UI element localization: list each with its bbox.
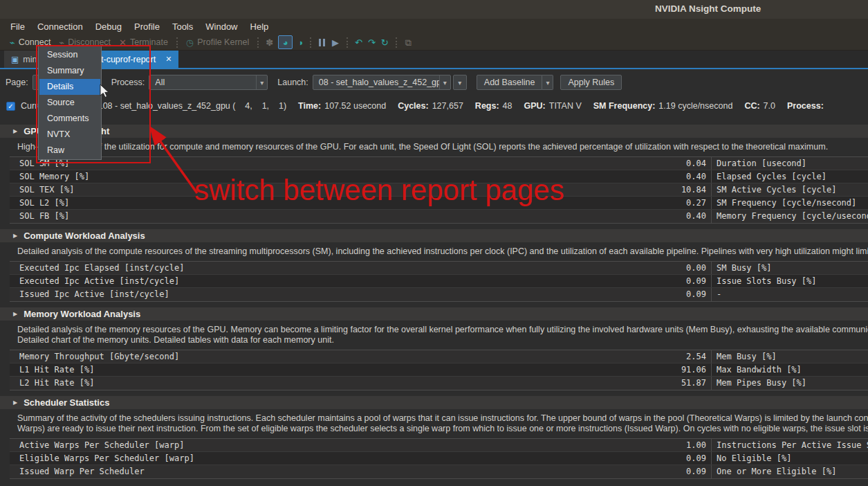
toolbar-separator [257,37,259,48]
metric-name: Executed Ipc Active [inst/cycle] [10,275,609,287]
toolbar-separator [347,37,348,48]
menu-item-source[interactable]: Source [39,95,100,111]
metric-name: One or More Eligible [%] [711,465,868,478]
metric-name: Eligible Warps Per Scheduler [warp] [10,452,609,465]
section-header-scheduler-statistics[interactable]: ▶ Scheduler Statistics [0,396,868,409]
metric-name: Max Bandwidth [%] [711,363,868,376]
toolbar-separator [310,37,311,48]
kernel-summary-bar: ✓ Current 108 - set_halo_values_z_452_gp… [0,96,868,116]
metric-name: Instructions Per Active Issue Slot [inst… [711,439,868,451]
menu-window[interactable]: Window [199,19,243,35]
page-toolbar: Page: Details ▾ Process: All ▾ Launch: 0… [0,69,868,96]
menu-item-raw[interactable]: Raw [39,143,100,159]
step-forward-icon[interactable]: ↷ [368,38,376,47]
close-tab-icon[interactable]: ✕ [165,55,172,64]
menu-debug[interactable]: Debug [89,19,128,35]
tab-cuprof-report[interactable]: t-cuprof-report ✕ [94,51,178,68]
metric-name: Active Warps Per Scheduler [warp] [10,439,609,451]
menu-item-session[interactable]: Session [39,47,100,63]
menu-item-nvtx[interactable]: NVTX [39,127,100,143]
collapse-triangle-icon: ▶ [13,399,17,406]
metric-value: 0.09 [609,452,711,465]
time-value: 107.52 usecond [324,101,386,111]
resume-icon[interactable]: ▶ [332,38,339,47]
metric-name: Mem Busy [%] [711,350,868,363]
plug-icon: ⌁ [10,38,15,47]
metrics-table: Executed Ipc Elapsed [inst/cycle] 0.00 S… [10,261,868,302]
copy-report-icon[interactable]: ⧉ [405,38,412,47]
report-doc-icon: ▣ [11,55,19,64]
metric-row: SOL FB [%] 0.40 Memory Frequency [cycle/… [10,210,868,223]
terminate-x-icon: ✕ [119,38,127,47]
launch-options-button[interactable]: ▾ [453,75,467,90]
menu-item-details[interactable]: Details [39,79,100,95]
window-title: NVIDIA Nsight Compute [655,3,761,14]
metric-name: Issue Slots Busy [%] [711,275,868,287]
sm-frequency-value: 1.19 cycle/nsecond [658,101,732,111]
metric-name: Mem Pipes Busy [%] [711,377,868,390]
section-description: Detailed analysis of the memory resource… [17,325,868,345]
menu-file[interactable]: File [4,19,31,35]
process-select[interactable]: All ▾ [149,75,268,90]
step-back-icon[interactable]: ↶ [355,38,362,47]
menu-help[interactable]: Help [244,19,275,35]
time-label: Time: [298,101,321,111]
metric-row: SOL SM [%] 0.04 Duration [usecond] [10,157,868,170]
regs-value: 48 [503,101,513,111]
pause-icon[interactable] [319,39,325,46]
collapse-triangle-icon: ▶ [13,128,17,134]
section-compute-workload-analysis: ▶ Compute Workload Analysis Detailed ana… [0,229,868,302]
metric-row: Eligible Warps Per Scheduler [warp] 0.09… [10,452,868,465]
launch-label: Launch: [277,78,308,87]
apply-rules-label: Apply Rules [568,78,614,87]
metric-value: 0.04 [609,157,711,170]
metrics-table: Memory Throughput [Gbyte/second] 2.54 Me… [10,350,868,390]
menu-profile[interactable]: Profile [128,19,166,35]
apply-rules-button[interactable]: Apply Rules [560,75,622,90]
add-baseline-menu-button[interactable]: ▾ [542,75,553,90]
metric-name: Executed Ipc Elapsed [inst/cycle] [10,262,609,274]
toolbar-separator [176,37,178,48]
section-title: Compute Workload Analysis [24,231,145,241]
current-kernel-checkbox[interactable]: ✓ [6,102,15,111]
metric-name: SM Active Cycles [cycle] [711,183,868,196]
process-field-label: Process: [787,101,824,111]
metric-value: 0.40 [609,170,711,183]
launch-select[interactable]: 08 - set_halo_values_z_452_gpu ▾ [313,75,451,90]
metric-name: SOL TEX [%] [10,183,609,196]
profile-series-icon[interactable]: ◑ [297,38,303,47]
metric-name: SOL Memory [%] [10,170,609,183]
menu-tools[interactable]: Tools [166,19,199,35]
profile-kernel-button[interactable]: ◷ Profile Kernel [182,35,253,50]
cc-label: CC: [744,101,759,111]
section-header-compute-workload[interactable]: ▶ Compute Workload Analysis [0,229,868,242]
terminate-label: Terminate [130,37,168,47]
menubar: File Connection Debug Profile Tools Wind… [0,19,868,35]
menu-item-comments[interactable]: Comments [39,111,100,127]
metric-name: Issued Ipc Active [inst/cycle] [10,288,609,301]
section-header-gpu-speed-of-light[interactable]: ▶ GPU Speed Of Light [0,125,868,138]
section-title: Scheduler Statistics [24,397,109,408]
chevron-down-icon: ▾ [439,75,450,89]
cycles-label: Cycles: [398,101,428,111]
tab-label: t-cuprof-report [101,55,156,64]
gpu-value: TITAN V [549,101,582,111]
metric-name: No Eligible [%] [711,452,868,465]
flower-icon[interactable]: ✽ [266,38,273,47]
section-header-memory-workload[interactable]: ▶ Memory Workload Analysis [0,307,868,321]
metric-value: 91.06 [609,363,711,376]
auto-profile-toggle[interactable]: ◕ [278,35,293,49]
add-baseline-button[interactable]: Add Baseline [477,75,543,90]
metric-row: Executed Ipc Active [inst/cycle] 0.09 Is… [10,275,868,288]
menu-connection[interactable]: Connection [31,19,89,35]
metric-name: SM Busy [%] [711,262,868,274]
profile-kernel-label: Profile Kernel [197,37,249,47]
terminate-button[interactable]: ✕ Terminate [115,35,172,50]
cc-value: 7.0 [764,101,775,111]
metric-value: 0.40 [609,210,711,223]
section-description: Detailed analysis of the compute resourc… [17,246,868,257]
details-report: ▶ GPU Speed Of Light High-level overview… [0,116,868,486]
process-label: Process: [111,78,145,87]
reload-icon[interactable]: ↻ [381,38,389,47]
menu-item-summary[interactable]: Summary [39,63,100,79]
